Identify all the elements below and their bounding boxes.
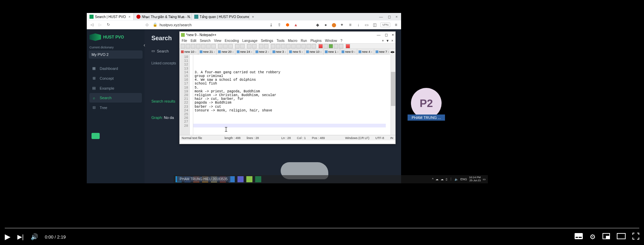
toolbar-zoomin-icon[interactable] [259,44,263,48]
tray-chevron-up-icon[interactable]: ^ [432,178,433,181]
menu-window[interactable]: Window [325,39,337,43]
toolbar-redo-icon[interactable] [240,44,245,48]
toolbar-open-icon[interactable] [186,44,190,48]
menu-icon[interactable]: ≡ [394,22,398,27]
task-notepadpp-icon[interactable] [246,176,252,182]
window-close-icon[interactable]: × [392,33,394,37]
toolbar-cut-icon[interactable] [218,44,222,48]
notification-icon[interactable]: ▲ [293,22,298,27]
sidebar-item-example[interactable]: ▤Example [89,83,142,93]
toolbar-savemacro-icon[interactable] [339,44,343,48]
toolbar-replace-icon[interactable] [252,44,257,48]
toolbar-print-icon[interactable] [211,44,216,48]
toolbar-map-icon[interactable] [312,44,316,48]
toolbar-monitoring-icon[interactable] [346,44,350,48]
menu-help[interactable]: ? [341,39,343,43]
notepadpp-doc-tab[interactable]: new 10× [305,49,324,55]
tray-language[interactable]: ENG [460,178,467,181]
play-button[interactable]: ▶ [5,232,11,241]
collapse-sidebar-chevron-icon[interactable]: ‹ [144,42,145,48]
toolbar-record-icon[interactable] [318,44,323,48]
tray-battery-icon[interactable]: ▯ [446,178,447,181]
tray-volume-icon[interactable]: 🔈 [455,178,458,181]
notepadpp-doc-tab[interactable]: new 20× [217,49,235,55]
toolbar-function-icon[interactable] [307,44,311,48]
window-maximize-icon[interactable]: ◻ [388,15,391,19]
tray-wifi-icon[interactable]: ⋮ [449,178,452,181]
forward-button[interactable]: ▷ [98,22,102,27]
notepadpp-doc-tab[interactable]: new 4× [357,49,374,55]
toolbar-allchars-icon[interactable] [286,44,291,48]
fold-down-icon[interactable]: ▼ [386,39,389,43]
brave-shield-icon[interactable]: ⬢ [285,22,290,27]
menu-view[interactable]: View [214,39,221,43]
wallet-icon[interactable]: ▭ [364,22,369,27]
toolbar-close-icon[interactable] [201,44,205,48]
library-button[interactable] [92,133,100,139]
toolbar-save-icon[interactable] [191,44,195,48]
menu-run[interactable]: Run [301,39,307,43]
tray-weather-icon[interactable]: ☁ [441,178,444,181]
window-minimize-icon[interactable]: — [379,15,383,19]
reading-list-icon[interactable]: ≡ [348,22,352,27]
back-button[interactable]: ◁ [89,22,94,27]
menu-settings[interactable]: Settings [261,39,273,43]
browser-tab[interactable]: Nhạc Thư giãn & Tiếng Mưa - N... [134,13,192,20]
notepadpp-doc-tab[interactable]: new 10× [180,49,198,55]
share-icon[interactable]: ⇧ [277,22,282,27]
menu-file[interactable]: File [182,39,187,43]
sidebar-item-dashboard[interactable]: ▦Dashboard [89,63,142,73]
theater-mode-button[interactable] [617,233,626,241]
toolbar-saveall-icon[interactable] [196,44,200,48]
notepadpp-doc-tab[interactable]: new 21× [198,49,217,55]
toolbar-doc-icon[interactable] [301,44,306,48]
toolbar-find-icon[interactable] [247,44,251,48]
extension-icon[interactable]: ⬤ [331,22,336,27]
downloads-icon[interactable]: ↓ [356,22,361,27]
new-tab-button[interactable]: + [249,15,257,19]
sidebar-item-concept[interactable]: ⊞Concept [89,73,142,83]
toolbar-new-icon[interactable] [181,44,185,48]
notepadpp-doc-tab[interactable]: new 3× [271,49,288,55]
tab-scroll-right-icon[interactable]: ▶ [393,50,395,53]
notepadpp-doc-tab[interactable]: new 7× [374,49,390,55]
download-icon[interactable]: ⤓ [269,22,274,27]
browser-tab-active[interactable]: Search | HUST PVO × [87,13,134,20]
notepadpp-doc-tab[interactable]: new 5× [288,49,305,55]
toolbar-undo-icon[interactable] [235,44,240,48]
toolbar-zoomout-icon[interactable] [264,44,268,48]
menu-edit[interactable]: Edit [191,39,196,43]
toolbar-wrap-icon[interactable] [281,44,285,48]
window-maximize-icon[interactable]: ◻ [385,33,388,37]
menu-plugins[interactable]: Plugins [310,39,321,43]
extensions-puzzle-icon[interactable]: ✦ [340,22,344,27]
toolbar-sync-h-icon[interactable] [276,44,280,48]
toolbar-indent-icon[interactable] [291,44,296,48]
fold-plus-icon[interactable]: + [382,39,384,43]
notepadpp-doc-tab[interactable]: new 2× [254,49,271,55]
menu-encoding[interactable]: Encoding [225,39,239,43]
logo[interactable]: HUST PVO [89,33,142,41]
volume-button[interactable]: 🔊 [31,233,38,241]
scrollbar-thumb[interactable] [391,72,395,106]
window-close-icon[interactable]: × [396,15,398,19]
vertical-scrollbar[interactable] [391,55,395,135]
window-minimize-icon[interactable]: — [377,33,381,37]
toolbar-play-icon[interactable] [329,44,333,48]
toolbar-sync-v-icon[interactable] [271,44,275,48]
tray-notification-icon[interactable]: ▭ [483,178,486,181]
notepadpp-window[interactable]: *new 9 - Notepad++ — ◻ × File Edit Searc… [179,31,396,144]
bookmark-icon[interactable]: ◇ [145,22,149,27]
menu-language[interactable]: Language [242,39,258,43]
menu-macro[interactable]: Macro [288,39,297,43]
captions-button[interactable] [575,233,583,241]
notepadpp-editor[interactable]: 10111213141516171819202122232425262728 3… [180,55,395,135]
task-teams-icon[interactable] [237,176,244,182]
toolbar-folder-icon[interactable] [296,44,301,48]
notepadpp-doc-tab[interactable]: new 1× [324,49,341,55]
vpn-badge[interactable]: VPN [380,22,390,27]
tray-onedrive-icon[interactable]: ☁ [435,178,439,181]
toolbar-playrepeat-icon[interactable] [334,44,338,48]
sidebar-item-tree[interactable]: ⊟Tree [89,103,142,112]
settings-gear-icon[interactable]: ⚙ [590,233,596,241]
